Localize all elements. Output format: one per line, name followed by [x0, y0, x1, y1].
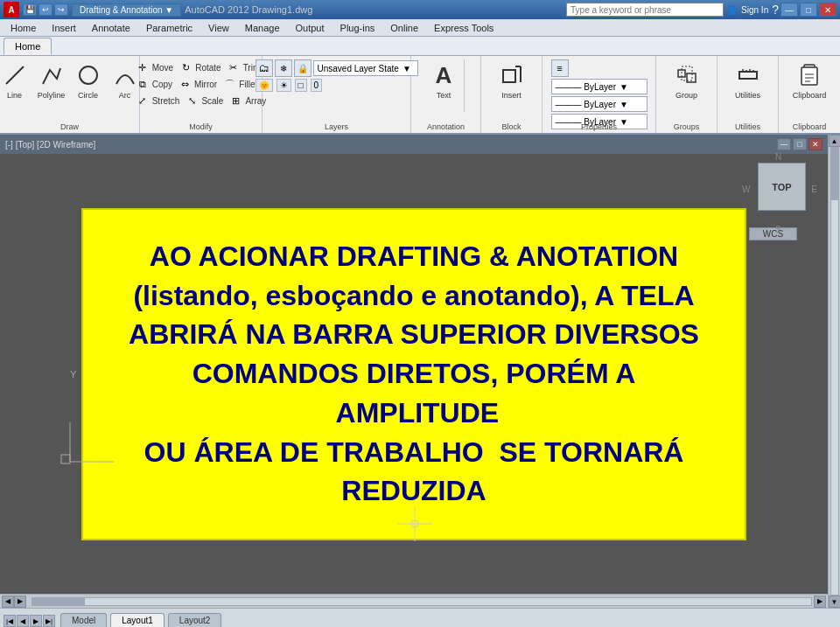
- drawing-panel: [-] [Top] [2D Wireframe] — □ ✕ Y: [0, 135, 828, 608]
- tool-move[interactable]: ✛ Move: [134, 59, 175, 75]
- draw-maximize[interactable]: □: [793, 138, 807, 150]
- tool-stretch[interactable]: ⤢ Stretch: [134, 93, 182, 108]
- tool-line[interactable]: Line: [0, 59, 32, 101]
- content-box: AO ACIONAR DRAFTING & ANOTATION (listand…: [81, 208, 746, 540]
- tool-circle[interactable]: Circle: [71, 59, 106, 101]
- linetype-dropdown[interactable]: ——— ByLayer ▼: [551, 96, 648, 112]
- titlebar: A 💾 ↩ ↪ Drafting & Annotation ▼ AutoCAD …: [0, 0, 840, 19]
- layer-icon-2[interactable]: ☀: [276, 79, 291, 92]
- drawing-viewport[interactable]: Y AO ACIONAR DRAFTING & ANOTATION (lista…: [0, 154, 828, 594]
- tool-scale[interactable]: ⤡ Scale: [183, 93, 225, 108]
- drawing-win-controls: — □ ✕: [777, 138, 822, 150]
- drawing-header-text: [-] [Top] [2D Wireframe]: [5, 140, 95, 150]
- stretch-icon: ⤢: [136, 94, 150, 108]
- tab-nav-arrows: |◀ ◀ ▶ ▶|: [4, 615, 55, 627]
- menu-parametric[interactable]: Parametric: [139, 21, 200, 35]
- hscrollbar: ◀ ▶ ▶: [0, 594, 828, 608]
- properties-group-label: Properties: [542, 122, 655, 131]
- insert-icon: [498, 61, 526, 89]
- menu-express[interactable]: Express Tools: [427, 21, 500, 35]
- menu-plugins[interactable]: Plug-ins: [333, 21, 382, 35]
- tab-prev[interactable]: ◀: [17, 615, 29, 627]
- hscroll-thumb[interactable]: [32, 598, 85, 605]
- rotate-icon: ↻: [178, 60, 192, 74]
- layout-tabs: |◀ ◀ ▶ ▶| Model Layout1 Layout2: [0, 608, 840, 627]
- group-icon: [673, 61, 701, 89]
- scroll-right[interactable]: ▶: [14, 596, 26, 608]
- hscroll-track[interactable]: [32, 597, 812, 606]
- tool-mirror[interactable]: ⇔ Mirror: [176, 76, 219, 92]
- app-logo: A: [4, 2, 19, 17]
- menu-home[interactable]: Home: [4, 21, 43, 35]
- tab-last[interactable]: ▶|: [43, 615, 55, 627]
- vscroll-thumb[interactable]: [831, 148, 838, 200]
- tool-fillet[interactable]: ⌒ Fillet: [220, 76, 259, 92]
- tool-polyline[interactable]: Polyline: [34, 59, 69, 101]
- circle-icon: [74, 61, 102, 89]
- close-btn[interactable]: ✕: [819, 3, 836, 17]
- tool-paste[interactable]: Clipboard: [790, 59, 830, 101]
- wcs-label[interactable]: WCS: [749, 227, 797, 240]
- block-group-label: Block: [481, 122, 542, 131]
- cube-3d: TOP N S E W: [749, 163, 810, 224]
- tab-next[interactable]: ▶: [30, 615, 42, 627]
- maximize-btn[interactable]: □: [800, 3, 817, 17]
- layer-icon-4[interactable]: 0: [311, 79, 323, 92]
- tool-group[interactable]: Group: [670, 59, 704, 101]
- tab-first[interactable]: |◀: [4, 615, 16, 627]
- tool-copy[interactable]: ⧉ Copy: [134, 76, 174, 92]
- ribbon-group-annotation: A Text Annotation: [411, 56, 481, 133]
- cube-n-label: N: [775, 152, 781, 162]
- line-icon: [1, 61, 29, 89]
- tab-layout1[interactable]: Layout1: [110, 613, 164, 627]
- quick-undo-btn[interactable]: ↩: [38, 3, 52, 16]
- tab-layout2[interactable]: Layout2: [168, 613, 222, 627]
- vscrollbar: ▲ ▼: [828, 135, 840, 608]
- layer-lock-btn[interactable]: 🔒: [294, 59, 312, 77]
- tab-home[interactable]: Home: [4, 38, 52, 55]
- nav-cube: TOP N S E W WCS: [749, 163, 819, 241]
- tool-rotate[interactable]: ↻ Rotate: [177, 59, 222, 75]
- minimize-btn[interactable]: —: [780, 3, 798, 17]
- svg-rect-2: [503, 70, 515, 82]
- quick-redo-btn[interactable]: ↪: [54, 3, 68, 16]
- annotation-group-label: Annotation: [411, 122, 480, 131]
- menu-manage[interactable]: Manage: [238, 21, 287, 35]
- vscroll-track[interactable]: [830, 147, 839, 596]
- layer-icon-1[interactable]: 🌞: [256, 79, 273, 92]
- layer-manager-btn[interactable]: 🗂: [256, 59, 273, 77]
- tool-text[interactable]: A Text: [427, 59, 460, 101]
- tool-insert[interactable]: Insert: [495, 59, 528, 101]
- menu-insert[interactable]: Insert: [45, 21, 83, 35]
- match-props-btn[interactable]: ≡: [551, 59, 569, 77]
- fillet-icon: ⌒: [222, 77, 236, 91]
- layer-icon-3[interactable]: □: [295, 79, 307, 92]
- cube-top-label: TOP: [772, 182, 791, 192]
- crosshair: [397, 506, 432, 541]
- menu-online[interactable]: Online: [383, 21, 425, 35]
- tab-model[interactable]: Model: [60, 613, 107, 627]
- layer-state-dropdown[interactable]: Unsaved Layer State ▼: [313, 60, 418, 76]
- draw-minimize[interactable]: —: [777, 138, 791, 150]
- measure-icon: [734, 61, 762, 89]
- ribbon-group-utilities: Utilities Utilities: [718, 56, 779, 133]
- menu-annotate[interactable]: Annotate: [85, 21, 137, 35]
- app-title: AutoCAD 2012 Drawing1.dwg: [185, 4, 312, 15]
- vscroll-down[interactable]: ▼: [829, 596, 841, 608]
- menu-view[interactable]: View: [201, 21, 236, 35]
- signin-label[interactable]: Sign In: [741, 5, 768, 15]
- color-dropdown[interactable]: ——— ByLayer ▼: [551, 79, 648, 94]
- tool-measure[interactable]: Utilities: [732, 59, 765, 101]
- scroll-far-right[interactable]: ▶: [814, 596, 826, 608]
- draw-close[interactable]: ✕: [808, 138, 822, 150]
- quick-save-btn[interactable]: 💾: [23, 3, 37, 16]
- menu-output[interactable]: Output: [289, 21, 332, 35]
- scroll-left[interactable]: ◀: [2, 596, 14, 608]
- cube-face-top[interactable]: TOP: [758, 163, 806, 211]
- workspace-dropdown[interactable]: Drafting & Annotation ▼: [72, 3, 181, 17]
- vscroll-up[interactable]: ▲: [829, 135, 841, 147]
- ribbon-group-layers: 🗂 ❄ 🔒 Unsaved Layer State ▼ 🌞 ☀ □ 0 Laye…: [262, 56, 411, 133]
- search-input[interactable]: [566, 3, 724, 17]
- drawing-header: [-] [Top] [2D Wireframe] — □ ✕: [0, 135, 828, 154]
- layer-freeze-btn[interactable]: ❄: [275, 59, 292, 77]
